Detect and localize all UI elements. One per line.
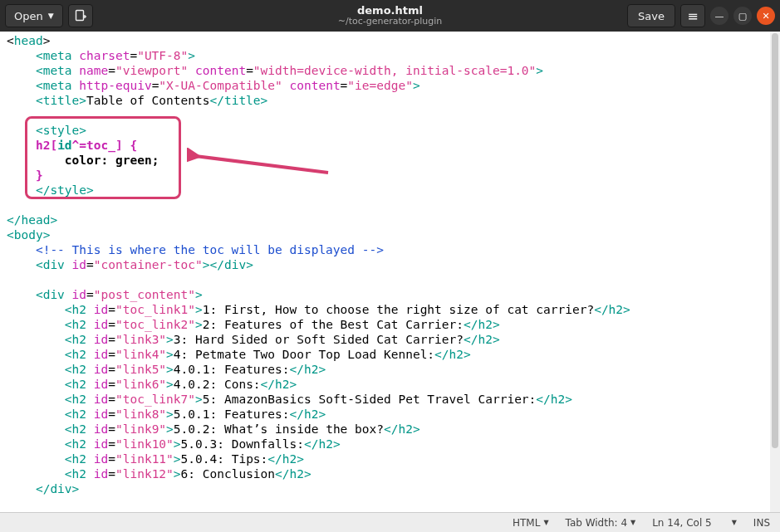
minimize-icon: —	[715, 11, 724, 22]
new-document-icon	[74, 9, 87, 22]
window-title: demo.html ~/toc-generator-plugin	[338, 5, 443, 27]
svg-rect-0	[76, 11, 83, 21]
editor-area[interactable]: <head> <meta charset="UTF-8"> <meta name…	[0, 32, 780, 512]
scrollbar-thumb[interactable]	[772, 33, 778, 448]
file-name: demo.html	[338, 5, 443, 17]
statusbar-language[interactable]: HTML▼	[513, 517, 549, 529]
statusbar: HTML▼ Tab Width: 4▼ Ln 14, Col 5 ▼ INS	[0, 512, 780, 532]
vertical-scrollbar[interactable]	[770, 32, 780, 512]
close-button[interactable]: ✕	[757, 7, 775, 25]
open-label: Open	[14, 10, 43, 22]
hamburger-icon: ≡	[687, 8, 698, 24]
statusbar-cursor-position: Ln 14, Col 5	[652, 517, 712, 529]
file-path: ~/toc-generator-plugin	[338, 17, 443, 27]
titlebar: Open ▼ demo.html ~/toc-generator-plugin …	[0, 0, 780, 32]
statusbar-ins[interactable]: INS	[753, 517, 770, 529]
save-button[interactable]: Save	[627, 4, 675, 27]
chevron-down-icon: ▼	[732, 519, 737, 526]
close-icon: ✕	[762, 11, 769, 22]
hamburger-menu-button[interactable]: ≡	[680, 4, 705, 27]
code-content: <head> <meta charset="UTF-8"> <meta name…	[0, 32, 780, 496]
statusbar-tabwidth[interactable]: Tab Width: 4▼	[566, 517, 636, 529]
maximize-button[interactable]: ▢	[733, 7, 752, 25]
chevron-down-icon: ▼	[543, 519, 548, 526]
chevron-down-icon: ▼	[48, 12, 54, 20]
chevron-down-icon: ▼	[630, 519, 635, 526]
open-button[interactable]: Open ▼	[5, 4, 63, 27]
maximize-icon: ▢	[738, 11, 747, 22]
statusbar-insert-mode[interactable]: ▼	[728, 519, 737, 526]
new-tab-button[interactable]	[68, 4, 93, 27]
minimize-button[interactable]: —	[710, 7, 728, 25]
